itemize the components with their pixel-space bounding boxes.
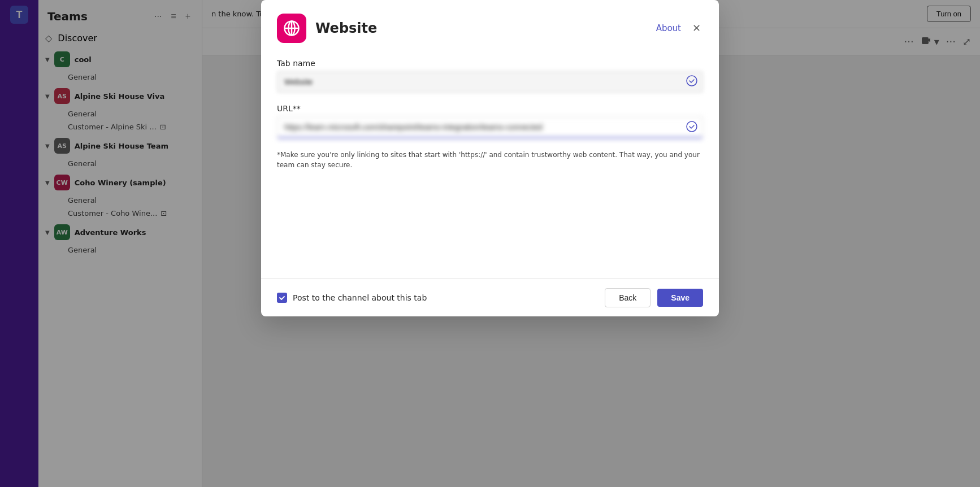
tab-name-input[interactable]: [277, 71, 703, 93]
url-check-icon: [686, 121, 697, 134]
save-button[interactable]: Save: [657, 289, 703, 307]
url-input-wrapper: [277, 116, 703, 138]
close-button[interactable]: ✕: [690, 20, 703, 37]
tab-name-input-wrapper: [277, 71, 703, 93]
url-label: URL*: [277, 104, 703, 113]
modal-dialog: Website About ✕ Tab name: [261, 0, 719, 316]
modal-body: Tab name URL*: [261, 54, 719, 279]
svg-point-6: [687, 76, 697, 86]
about-link[interactable]: About: [656, 23, 681, 33]
modal-overlay: Website About ✕ Tab name: [0, 0, 980, 487]
modal-footer: Post to the channel about this tab Back …: [261, 279, 719, 316]
url-field: URL* *Make sure you're only linking to s…: [277, 104, 703, 170]
checkbox-wrapper: Post to the channel about this tab: [277, 293, 598, 303]
post-to-channel-checkbox[interactable]: [277, 293, 287, 303]
modal-header: Website About ✕: [261, 0, 719, 54]
tab-name-field: Tab name: [277, 59, 703, 93]
modal-title: Website: [315, 20, 656, 36]
back-button[interactable]: Back: [605, 288, 651, 307]
url-hint-text: *Make sure you're only linking to sites …: [277, 150, 703, 170]
tab-name-label: Tab name: [277, 59, 703, 68]
website-app-icon: [277, 14, 306, 43]
checkbox-label: Post to the channel about this tab: [293, 293, 427, 302]
tab-name-check-icon: [686, 75, 697, 89]
url-input[interactable]: [277, 116, 703, 138]
svg-point-7: [687, 121, 697, 132]
